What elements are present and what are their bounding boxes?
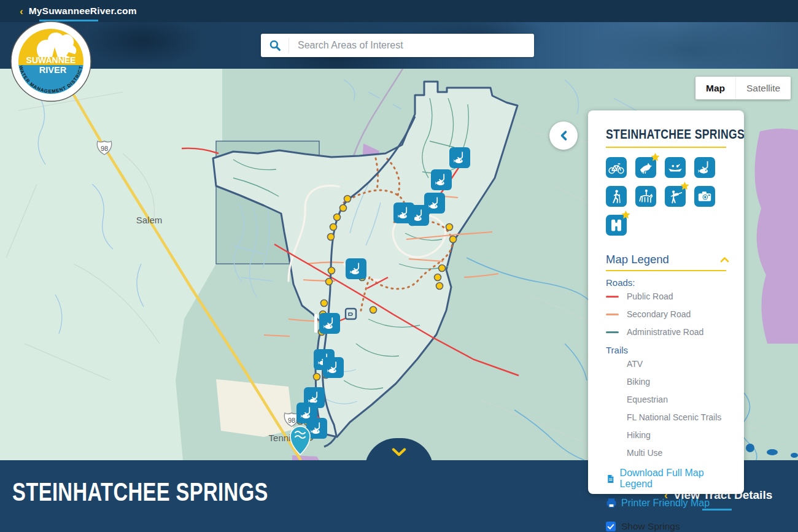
star-badge-icon: [680, 181, 690, 191]
trail-swatch: [606, 399, 619, 401]
legend-roads-list: Public RoadSecondary RoadAdministrative …: [606, 291, 729, 337]
map-legend-title: Map Legend: [606, 253, 669, 266]
activity-hiking-icon[interactable]: [606, 186, 627, 207]
gate-point-marker[interactable]: [330, 224, 337, 231]
app-window: SalemTennille9898 Map Satellite: [0, 0, 798, 532]
star-badge-icon: [621, 210, 631, 220]
map-type-map-button[interactable]: Map: [695, 77, 735, 99]
printer-friendly-link[interactable]: Printer Friendly Map: [606, 498, 729, 509]
legend-item-multi-use: Multi Use: [606, 448, 729, 458]
legend-label: Secondary Road: [627, 309, 691, 319]
show-springs-row: Show Springs: [606, 521, 729, 532]
map-type-satellite-button[interactable]: Satellite: [735, 77, 791, 99]
svg-text:98: 98: [101, 145, 108, 152]
chevron-left-icon: ‹: [20, 6, 23, 17]
chevron-left-icon: [559, 130, 568, 141]
activity-bird-watching-icon[interactable]: [635, 157, 656, 178]
activity-fishing-icon[interactable]: [694, 157, 715, 178]
legend-label: ATV: [627, 359, 643, 369]
site-home-link[interactable]: MySuwanneeRiver.com: [29, 6, 137, 17]
activity-hunting-icon[interactable]: [665, 186, 686, 207]
gate-point-marker[interactable]: [328, 234, 335, 241]
legend-item-public-road: Public Road: [606, 291, 729, 301]
legend-label: Equestrian: [627, 395, 668, 404]
pdf-icon: [606, 474, 616, 484]
gate-point-marker[interactable]: [439, 265, 446, 272]
download-legend-label: Download Full Map Legend: [620, 468, 729, 490]
roads-heading: Roads:: [606, 277, 729, 288]
search-box: [261, 34, 534, 57]
panel-title: STEINHATCHEE SPRINGS: [606, 126, 745, 142]
road-swatch: [606, 314, 619, 315]
gate-point-marker[interactable]: [326, 279, 333, 285]
top-bar: ‹ MySuwanneeRiver.com: [0, 0, 798, 22]
trails-heading: Trails: [606, 345, 729, 355]
download-legend-link[interactable]: Download Full Map Legend: [606, 468, 729, 490]
trailhead-marker: [346, 309, 356, 319]
fishing-site-marker[interactable]: [393, 202, 414, 223]
legend-trails-list: ATVBikingEquestrianFL National Scenic Tr…: [606, 359, 729, 458]
tract-link-underline: [702, 509, 732, 511]
trail-swatch: [606, 381, 619, 383]
road-swatch: [606, 331, 619, 333]
legend-label: Multi Use: [627, 448, 662, 458]
map-type-control: Map Satellite: [695, 77, 791, 99]
legend-item-fl-national-scenic-trails: FL National Scenic Trails: [606, 412, 729, 422]
activity-icon-grid: [606, 157, 729, 236]
star-badge-icon: [650, 152, 660, 163]
legend-label: Biking: [627, 377, 650, 387]
gate-point-marker[interactable]: [314, 374, 320, 380]
bottom-tract-title: STEINHATCHEE SPRINGS: [12, 477, 268, 507]
legend-label: Public Road: [627, 291, 673, 301]
legend-item-hiking: Hiking: [606, 430, 729, 440]
chevron-up-icon[interactable]: [720, 256, 729, 263]
search-input[interactable]: [289, 40, 534, 51]
panel-collapse-button[interactable]: [549, 121, 578, 150]
svg-text:RIVER: RIVER: [39, 65, 67, 75]
legend-rule: [606, 270, 726, 271]
gate-point-marker[interactable]: [435, 274, 441, 281]
legend-item-equestrian: Equestrian: [606, 395, 729, 404]
tract-info-panel: STEINHATCHEE SPRINGS Map Legend Roads: P…: [588, 110, 744, 494]
legend-item-biking: Biking: [606, 377, 729, 387]
title-rule: [606, 147, 726, 148]
gate-point-marker[interactable]: [321, 300, 328, 307]
activity-wildlife-viewing-icon[interactable]: [606, 215, 627, 236]
activity-boating-icon[interactable]: [665, 157, 686, 178]
gate-point-marker[interactable]: [334, 214, 341, 221]
activity-photography-icon[interactable]: [694, 186, 715, 207]
activity-equestrian-icon[interactable]: [635, 186, 656, 207]
printer-icon: [606, 498, 617, 509]
fishing-site-marker[interactable]: [323, 357, 344, 378]
gate-point-marker[interactable]: [446, 224, 453, 231]
trail-swatch: [606, 434, 619, 436]
gate-point-marker[interactable]: [450, 236, 457, 243]
legend-item-secondary-road: Secondary Road: [606, 309, 729, 319]
printer-friendly-label: Printer Friendly Map: [621, 498, 710, 509]
gate-point-marker[interactable]: [370, 307, 377, 314]
trail-swatch: [606, 452, 619, 454]
svg-text:SUWANNEE: SUWANNEE: [26, 55, 76, 65]
show-springs-label: Show Springs: [621, 521, 680, 532]
gate-point-marker[interactable]: [344, 196, 351, 202]
road-swatch: [606, 296, 619, 298]
trail-swatch: [606, 417, 619, 418]
fishing-site-marker[interactable]: [346, 258, 366, 279]
svg-text:98: 98: [288, 417, 295, 424]
activity-biking-icon[interactable]: [606, 157, 627, 178]
fishing-site-marker[interactable]: [449, 147, 470, 168]
fishing-site-marker[interactable]: [431, 169, 452, 190]
search-icon: [261, 38, 289, 53]
district-logo: SUWANNEE RIVER WATER MANAGEMENT DISTRICT: [10, 20, 92, 102]
legend-item-atv: ATV: [606, 359, 729, 369]
legend-label: Hiking: [627, 430, 651, 440]
show-springs-checkbox[interactable]: [606, 522, 616, 531]
legend-item-administrative-road: Administrative Road: [606, 327, 729, 337]
gate-point-marker[interactable]: [436, 283, 443, 290]
gate-point-marker[interactable]: [328, 268, 335, 274]
legend-label: FL National Scenic Trails: [627, 412, 721, 422]
legend-label: Administrative Road: [627, 327, 703, 337]
gate-point-marker[interactable]: [340, 205, 347, 212]
trail-swatch: [606, 363, 619, 365]
map-place-label: Salem: [136, 215, 163, 225]
